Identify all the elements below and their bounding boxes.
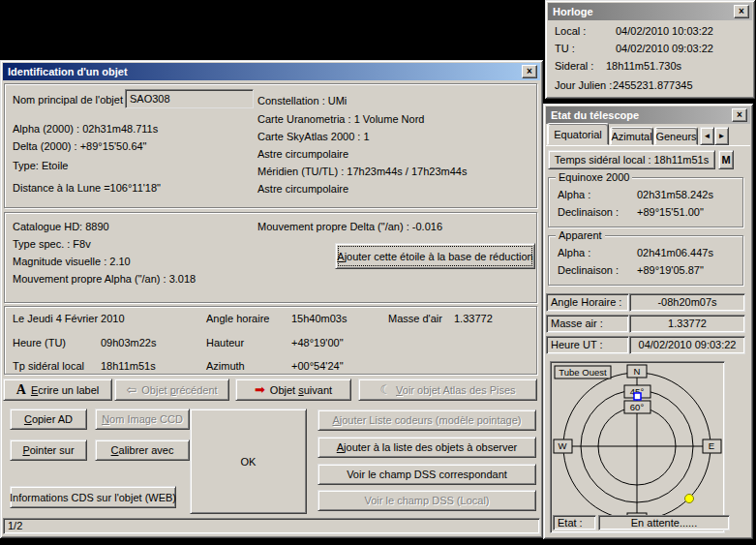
objet-suivant-button[interactable]: ➡ Objet suivant [235, 378, 351, 401]
voir-atlas-text: Voir objet Atlas des Pises [396, 384, 516, 396]
sidereal-time-button[interactable]: Temps sidéral local : 18h11m51s [548, 150, 715, 169]
object-name-input[interactable] [125, 89, 254, 108]
angle-horaire-label: Angle horaire [206, 313, 269, 325]
clock-local-value: 04/02/2010 10:03:22 [616, 25, 713, 38]
ok-button[interactable]: OK [190, 409, 307, 514]
object-info-section: Nom principal de l'objet Alpha (2000) : … [4, 83, 537, 208]
clock-sidereal-value: 18h11m51.730s [606, 60, 681, 73]
svg-text:60°: 60° [630, 402, 645, 412]
close-glyph: × [737, 109, 742, 120]
voir-atlas-button[interactable]: ☾ Voir objet Atlas des Pises [358, 378, 537, 401]
close-icon[interactable]: × [732, 108, 747, 122]
masse-air-value: 1.33772 [454, 313, 493, 325]
north-label: N [627, 365, 647, 378]
ajouter-observer-button[interactable]: Ajouter à la liste des objets à observer [318, 437, 536, 458]
pointer-sur-button[interactable]: Pointer sur [10, 439, 87, 461]
heure-tu-value: 09h03m22s [101, 337, 157, 349]
arrow-left-icon: ⇦ [126, 384, 136, 395]
sky-chart-panel: Tube Ouest N S W E [550, 361, 725, 533]
close-glyph: × [739, 6, 744, 16]
close-icon[interactable]: × [522, 65, 537, 78]
telescope-titlebar[interactable]: Etat du télescope × [546, 106, 750, 124]
triangle-left-icon: ◄ [704, 132, 711, 140]
clock-julian-label: Jour Julien : [555, 79, 612, 92]
tab-scroll-left-button[interactable]: ◄ [700, 127, 714, 145]
add-star-button[interactable]: Ajouter cette étoile à la base de réduct… [335, 243, 535, 269]
objet-precedent-button[interactable]: ⇦ Objet précédent [114, 378, 229, 401]
masse-air-label: Masse d'air [388, 313, 442, 325]
calibrer-avec-button[interactable]: Calibrer avec [95, 439, 190, 461]
ajouter-codeurs-text: Ajouter Liste codeurs (modèle pointage) [332, 414, 521, 426]
letter-a-icon: A [16, 384, 26, 396]
voir-dss-text: Voir le champ DSS correspondant [347, 469, 507, 480]
east-label: E [703, 439, 721, 453]
heure-tu-label: Heure (TU) [13, 337, 66, 349]
apparent-dec-label: Declinaison : [558, 262, 637, 278]
dialog-status-bar: 1/2 [3, 518, 540, 534]
svg-text:Tube Ouest: Tube Ouest [559, 367, 607, 378]
close-icon[interactable]: × [734, 5, 749, 18]
tab-geneurs[interactable]: Geneurs [654, 127, 698, 145]
identification-titlebar[interactable]: Identification d'un objet × [3, 63, 540, 80]
hour-angle-value: -08h20m07s [629, 293, 745, 312]
copier-ad-button[interactable]: Copier AD [10, 409, 87, 430]
ajouter-observer-text: Ajouter à la liste des objets à observer [337, 441, 518, 453]
equinox-2000-legend: Equinoxe 2000 [556, 171, 632, 183]
object-uranometria: Carte Uranometria : 1 Volume Nord [257, 113, 424, 126]
pointer-sur-text: Pointer sur [22, 444, 74, 456]
tab-equatorial[interactable]: Equatorial [547, 123, 609, 145]
tab-scroll-right-button[interactable]: ► [714, 127, 729, 145]
tab-azimutal[interactable]: Azimutal [610, 127, 653, 145]
clock-titlebar[interactable]: Horloge × [548, 3, 752, 20]
object-alpha: Alpha (2000) : 02h31m48.711s [13, 123, 158, 136]
object-meridien: Méridien (TU/TL) : 17h23m44s / 17h23m44s [257, 166, 467, 178]
desktop: Horloge × Local : 04/02/2010 10:03:22 TU… [0, 0, 756, 545]
clock-sidereal-label: Sideral : [555, 60, 593, 73]
object-type: Type: Etoile [13, 160, 68, 172]
tp-sideral-label: Tp sidéral local [13, 360, 84, 373]
clock-local-label: Local : [555, 25, 586, 38]
telescope-title: Etat du télescope [551, 109, 639, 121]
nom-image-ccd-button[interactable]: Nom Image CCD [95, 409, 190, 430]
catalogue-pm-delta: Mouvement propre Delta ("/an) : -0.016 [257, 221, 442, 233]
ecrire-label-button[interactable]: A Ecrire un label [3, 378, 112, 401]
svg-text:E: E [709, 440, 714, 451]
etat-value: En attente...... [598, 515, 730, 530]
object-delta: Delta (2000) : +89°15'50.64" [13, 140, 147, 153]
triangle-right-icon: ► [718, 132, 726, 140]
apparent-alpha-label: Alpha : [558, 245, 637, 260]
tube-orientation-label: Tube Ouest [555, 366, 611, 378]
etat-label: Etat : [553, 515, 596, 530]
apparent-alpha-value: 02h41m06.447s [637, 245, 713, 260]
object-moon-distance: Distance à la Lune =106°11'18" [13, 182, 161, 195]
object-constellation: Constellation : UMi [257, 95, 347, 107]
heure-ut-label: Heure UT : [546, 336, 629, 354]
voir-dss-local-button[interactable]: Voir le champ DSS (Local) [318, 490, 536, 511]
svg-text:W: W [559, 440, 567, 451]
page-indicator: 1/2 [8, 520, 22, 531]
telescope-position-marker [634, 393, 641, 400]
infos-cds-text: Informations CDS sur l'objet (WEB) [10, 492, 176, 503]
apparent-legend: Apparent [556, 229, 605, 241]
azimuth-label: Azimuth [206, 360, 245, 373]
west-label: W [554, 439, 572, 453]
object-name-label: Nom principal de l'objet [13, 94, 123, 106]
voir-dss-local-text: Voir le champ DSS (Local) [365, 495, 490, 506]
apparent-dec-value: +89°19'05.87" [637, 262, 704, 278]
equinox-2000-group: Equinoxe 2000 Alpha : 02h31m58.242s Decl… [548, 177, 743, 227]
ajouter-codeurs-button[interactable]: Ajouter Liste codeurs (modèle pointage) [318, 409, 536, 431]
hauteur-label: Hauteur [206, 337, 244, 349]
equinox-dec-label: Declinaison : [558, 204, 637, 220]
sidereal-time-text: Temps sidéral local : 18h11m51s [555, 154, 709, 166]
infos-cds-button[interactable]: Informations CDS sur l'objet (WEB) [10, 486, 176, 508]
catalogue-spec: Type spec. : F8v [13, 238, 91, 251]
altitude-60-label: 60° [624, 401, 650, 413]
memory-button[interactable]: M [718, 150, 734, 169]
clock-title: Horloge [553, 6, 593, 17]
objet-suivant-text: Objet suivant [270, 384, 332, 396]
voir-dss-button[interactable]: Voir le champ DSS correspondant [318, 464, 536, 485]
equinox-alpha-label: Alpha : [558, 187, 637, 202]
clock-julian-value: 2455231.877345 [613, 79, 693, 92]
clock-window: Horloge × Local : 04/02/2010 10:03:22 TU… [545, 0, 755, 99]
tab-azimutal-label: Azimutal [611, 131, 651, 142]
